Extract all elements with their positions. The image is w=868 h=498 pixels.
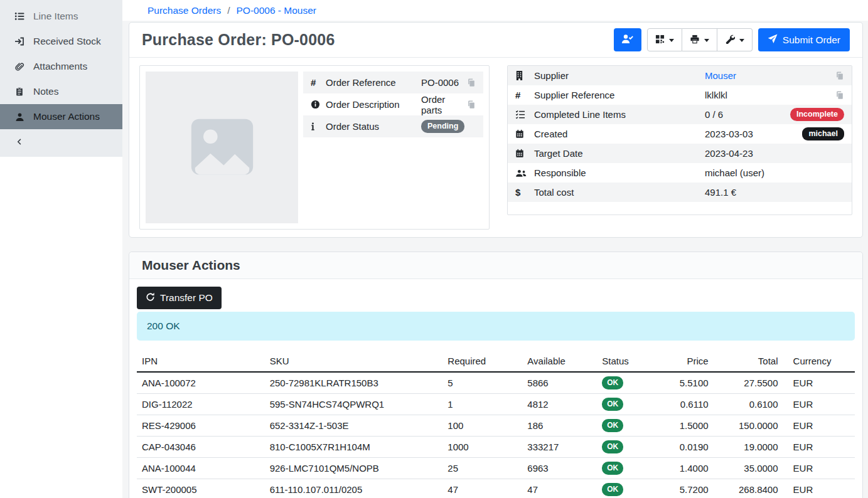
sidebar-item-attachments[interactable]: Attachments (0, 54, 122, 79)
order-info-panel: # Order Reference PO-0006 Order Descri (139, 65, 490, 230)
column-header-ipn: IPN (137, 352, 265, 372)
cell-available: 6963 (522, 458, 597, 479)
sign-in-icon (14, 36, 25, 46)
sidebar-item-line-items[interactable]: Line Items (0, 4, 122, 29)
print-actions-button[interactable] (682, 28, 717, 51)
users-icon (515, 169, 534, 177)
cell-required: 25 (442, 458, 522, 479)
cell-sku: 611-110.107.011/0205 (265, 479, 443, 498)
image-placeholder-icon (185, 110, 259, 186)
cell-total: 268.8400 (714, 479, 783, 498)
table-row: ANA-100044 926-LMC7101QM5/NOPB 25 6963 O… (137, 458, 855, 479)
cell-price: 5.7200 (657, 479, 713, 498)
sidebar-item-label: Mouser Actions (33, 111, 100, 122)
sidebar-item-label: Attachments (33, 61, 87, 72)
cell-required: 100 (442, 415, 522, 437)
cell-sku: 810-C1005X7R1H104M (265, 437, 443, 458)
detail-row-order-status: Order Status Pending (303, 115, 483, 137)
cell-available: 333217 (522, 437, 597, 458)
detail-label: Responsible (534, 167, 705, 178)
order-status-badge: Pending (421, 120, 464, 134)
column-header-available: Available (522, 352, 597, 372)
cell-total: 0.6100 (714, 394, 783, 415)
copy-icon[interactable] (835, 71, 844, 80)
table-row: CAP-043046 810-C1005X7R1H104M 1000 33321… (137, 437, 855, 458)
purchase-order-header: Purchase Order: PO-0006 (129, 23, 862, 58)
column-header-required: Required (442, 352, 522, 372)
header-actions: Submit Order (614, 28, 850, 51)
detail-row-responsible: Responsible michael (user) (508, 163, 852, 183)
calendar-icon (515, 149, 534, 158)
sidebar-item-label: Notes (33, 86, 59, 97)
detail-value: 2023-04-23 (705, 148, 844, 159)
table-row: RES-429006 652-3314Z-1-503E 100 186 OK 1… (137, 415, 855, 437)
sidebar-collapse-button[interactable] (0, 129, 122, 154)
detail-row-created: Created 2023-03-03 michael (508, 124, 852, 144)
status-ok-badge: OK (602, 376, 623, 389)
submit-order-label: Submit Order (783, 34, 840, 46)
chevron-down-icon (669, 39, 674, 42)
cell-status: OK (597, 394, 657, 415)
detail-value: lklklkl (705, 90, 835, 100)
mouser-actions-header: Mouser Actions (129, 252, 862, 279)
copy-icon[interactable] (467, 78, 476, 87)
status-ok-badge: OK (602, 440, 623, 453)
column-header-sku: SKU (265, 352, 443, 372)
order-details: # Order Reference PO-0006 Order Descri (129, 58, 862, 237)
cell-status: OK (597, 415, 657, 437)
order-actions-button[interactable] (717, 28, 753, 51)
building-icon (515, 71, 534, 80)
cell-ipn: SWT-200005 (137, 479, 265, 498)
part-image-placeholder[interactable] (146, 72, 298, 223)
mouser-actions-card: Mouser Actions Transfer PO 200 OK (129, 252, 863, 498)
hash-icon: # (311, 77, 326, 88)
cell-available: 47 (522, 479, 597, 498)
cell-currency: EUR (783, 415, 855, 437)
status-ok-badge: OK (602, 398, 623, 411)
cell-available: 186 (522, 415, 597, 437)
status-alert: 200 OK (137, 312, 855, 341)
cell-available: 5866 (522, 372, 597, 394)
sidebar-item-mouser-actions[interactable]: Mouser Actions (0, 104, 122, 129)
cell-status: OK (597, 372, 657, 394)
line-items-table: IPN SKU Required Available Status Price … (137, 352, 855, 498)
breadcrumb-link-current-order[interactable]: PO-0006 - Mouser (236, 5, 316, 16)
wrench-icon (725, 34, 735, 46)
detail-row-total-cost: $ Total cost 491.1 € (508, 183, 852, 202)
copy-icon[interactable] (835, 90, 844, 100)
transfer-po-button[interactable]: Transfer PO (137, 287, 222, 309)
detail-label: Order Status (326, 121, 421, 132)
cell-total: 35.0000 (714, 458, 783, 479)
column-header-status: Status (597, 352, 657, 372)
chevron-down-icon (739, 39, 744, 42)
submit-order-button[interactable]: Submit Order (758, 28, 850, 51)
qrcode-icon (655, 34, 665, 46)
cell-total: 19.0000 (714, 437, 783, 458)
cell-currency: EUR (783, 479, 855, 498)
cell-currency: EUR (783, 458, 855, 479)
breadcrumb-link-purchase-orders[interactable]: Purchase Orders (147, 5, 221, 16)
cell-currency: EUR (783, 437, 855, 458)
copy-icon[interactable] (467, 100, 476, 109)
paperclip-icon (14, 61, 25, 72)
supplier-link[interactable]: Mouser (705, 70, 736, 81)
cell-available: 4812 (522, 394, 597, 415)
cell-status: OK (597, 437, 657, 458)
mouser-actions-body: Transfer PO 200 OK IPN SKU Required Avai… (129, 279, 862, 498)
user-check-icon (621, 34, 634, 46)
detail-label: Total cost (534, 187, 705, 198)
table-row: DIG-112022 595-SN74HCS74QPWRQ1 1 4812 OK… (137, 394, 855, 415)
cell-ipn: RES-429006 (137, 415, 265, 437)
user-roles-button[interactable] (614, 28, 641, 51)
column-header-currency: Currency (783, 352, 855, 372)
cell-currency: EUR (783, 372, 855, 394)
sidebar-item-received-stock[interactable]: Received Stock (0, 29, 122, 54)
table-header-row: IPN SKU Required Available Status Price … (137, 352, 855, 372)
barcode-actions-button[interactable] (647, 28, 682, 51)
cell-price: 0.0190 (657, 437, 713, 458)
chevron-down-icon (704, 39, 709, 42)
cell-ipn: ANA-100044 (137, 458, 265, 479)
transfer-po-label: Transfer PO (160, 292, 213, 304)
dollar-icon: $ (515, 187, 534, 198)
sidebar-item-notes[interactable]: Notes (0, 79, 122, 104)
